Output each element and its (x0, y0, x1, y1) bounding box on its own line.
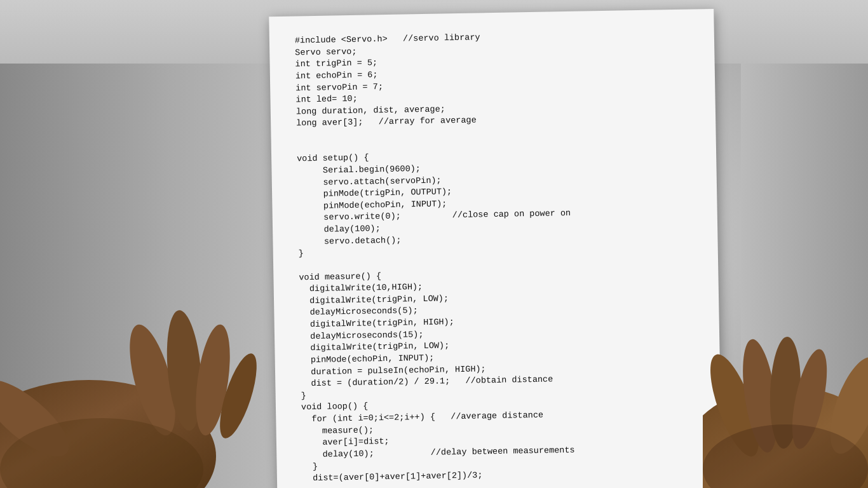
hand-right-svg (703, 278, 868, 488)
hand-left-svg (0, 253, 280, 488)
scene: #include <Servo.h> //servo library Servo… (0, 0, 868, 488)
paper-document: #include <Servo.h> //servo library Servo… (269, 9, 722, 488)
code-content: #include <Servo.h> //servo library Servo… (295, 29, 696, 485)
hand-left (0, 221, 318, 488)
hand-right (677, 247, 868, 488)
